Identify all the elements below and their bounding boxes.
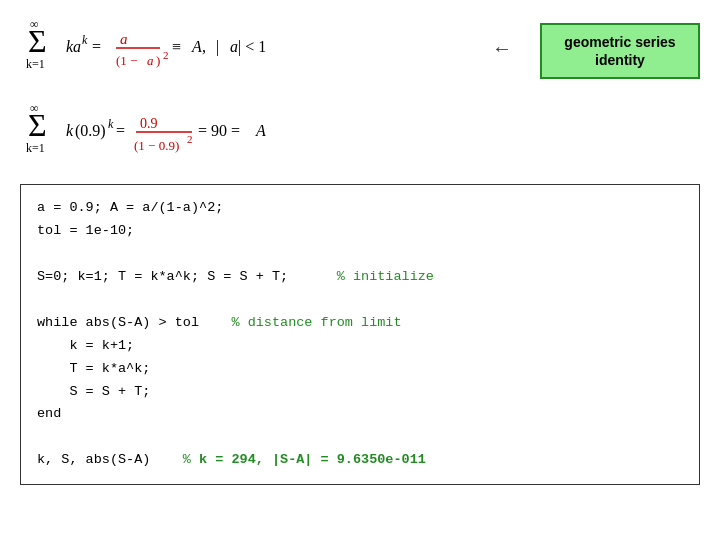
svg-text:k: k: [66, 122, 74, 139]
formula1-svg: ∞ Σ k=1 ka k = a (1 − a ) 2 ≡: [20, 10, 450, 90]
svg-text:A: A: [255, 122, 266, 139]
code-line-2: tol = 1e-10;: [37, 220, 683, 243]
left-arrow-icon: ←: [492, 37, 512, 60]
annotation-text: geometric series identity: [564, 34, 675, 68]
formula2-svg: ∞ Σ k=1 k (0.9) k = 0.9 (1 − 0.9) 2 = 90…: [20, 94, 450, 172]
code-line-blank-2: [37, 289, 683, 312]
code-line-result: k, S, abs(S-A) % k = 294, |S-A| = 9.6350…: [37, 449, 683, 472]
code-line-end: end: [37, 403, 683, 426]
svg-text:a: a: [147, 53, 154, 68]
code-line-blank-1: [37, 243, 683, 266]
comment-distance: % distance from limit: [231, 315, 401, 330]
code-line-1: a = 0.9; A = a/(1-a)^2;: [37, 197, 683, 220]
svg-text:A: A: [191, 38, 202, 55]
code-line-while: while abs(S-A) > tol % distance from lim…: [37, 312, 683, 335]
code-line-T: T = k*a^k;: [37, 358, 683, 381]
svg-text:| < 1: | < 1: [238, 38, 266, 56]
svg-text:a: a: [230, 38, 238, 55]
svg-text:2: 2: [187, 133, 193, 145]
page-container: ∞ Σ k=1 ka k = a (1 − a ) 2 ≡: [0, 0, 720, 540]
svg-text:=: =: [116, 122, 125, 139]
svg-text:): ): [156, 53, 160, 68]
svg-text:(1 − 0.9): (1 − 0.9): [134, 138, 179, 153]
svg-text:a: a: [120, 31, 128, 47]
comment-initialize: % initialize: [337, 269, 434, 284]
code-line-k: k = k+1;: [37, 335, 683, 358]
formulas-area: ∞ Σ k=1 ka k = a (1 − a ) 2 ≡: [20, 10, 492, 176]
svg-text:Σ: Σ: [28, 23, 47, 59]
code-block: a = 0.9; A = a/(1-a)^2; tol = 1e-10; S=0…: [20, 184, 700, 485]
svg-text:(0.9): (0.9): [75, 122, 106, 140]
svg-text:k: k: [82, 33, 88, 47]
svg-text:= 90 =: = 90 =: [198, 122, 240, 139]
code-line-3: S=0; k=1; T = k*a^k; S = S + T; % initia…: [37, 266, 683, 289]
svg-text:2: 2: [163, 49, 169, 61]
svg-text:|: |: [216, 38, 219, 56]
svg-text:=: =: [92, 38, 101, 55]
svg-text:Σ: Σ: [28, 107, 47, 143]
svg-text:≡: ≡: [172, 38, 181, 55]
right-annotation: ← geometric series identity: [492, 18, 700, 79]
annotation-box: geometric series identity: [540, 23, 700, 79]
svg-text:k: k: [108, 117, 114, 131]
code-line-blank-3: [37, 426, 683, 449]
svg-text:k=1: k=1: [26, 57, 45, 71]
top-section: ∞ Σ k=1 ka k = a (1 − a ) 2 ≡: [20, 10, 700, 176]
svg-text:k=1: k=1: [26, 141, 45, 155]
comment-result: % k = 294, |S-A| = 9.6350e-011: [183, 452, 426, 467]
svg-text:,: ,: [202, 38, 206, 55]
code-line-S: S = S + T;: [37, 381, 683, 404]
svg-text:0.9: 0.9: [140, 116, 158, 131]
svg-text:(1 −: (1 −: [116, 53, 137, 68]
svg-text:ka: ka: [66, 38, 81, 55]
